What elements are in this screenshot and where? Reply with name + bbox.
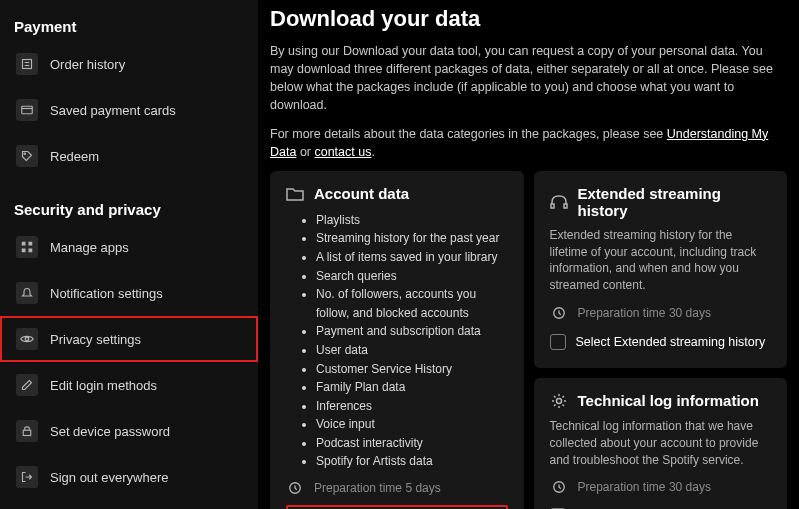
nav-order-history[interactable]: Order history [0, 41, 258, 87]
list-item: Playlists [316, 211, 508, 230]
list-item: Customer Service History [316, 360, 508, 379]
list-item: Search queries [316, 267, 508, 286]
desc-text: For more details about the data categori… [270, 127, 667, 141]
svg-rect-8 [22, 249, 26, 253]
eye-icon [16, 328, 38, 350]
signout-icon [16, 466, 38, 488]
card-title: Technical log information [578, 392, 759, 409]
main-content: Download your data By using our Download… [258, 0, 799, 509]
svg-rect-11 [23, 430, 31, 435]
sidebar: Payment Order history Saved payment card… [0, 0, 258, 509]
card-extended-history: Extended streaming history Extended stre… [534, 171, 788, 368]
section-title-security: Security and privacy [0, 191, 258, 224]
link-contact[interactable]: contact us [314, 145, 371, 159]
nav-label: Set device password [50, 424, 170, 439]
folder-icon [286, 185, 304, 203]
select-extended-history[interactable]: Select Extended streaming history [550, 330, 772, 354]
nav-label: Order history [50, 57, 125, 72]
list-item: User data [316, 341, 508, 360]
select-account-data[interactable]: ✓ Select Account data [286, 505, 508, 509]
svg-point-10 [25, 337, 29, 341]
nav-label: Redeem [50, 149, 99, 164]
gear-icon [550, 392, 568, 410]
pencil-icon [16, 374, 38, 396]
card-icon [16, 99, 38, 121]
nav-saved-cards[interactable]: Saved payment cards [0, 87, 258, 133]
card-account-data: Account data PlaylistsStreaming history … [270, 171, 524, 509]
list-item: Voice input [316, 415, 508, 434]
bell-icon [16, 282, 38, 304]
card-title: Extended streaming history [578, 185, 772, 219]
nav-label: Saved payment cards [50, 103, 176, 118]
nav-login-methods[interactable]: Edit login methods [0, 362, 258, 408]
svg-rect-16 [564, 204, 567, 208]
nav-label: Privacy settings [50, 332, 141, 347]
list-item: Payment and subscription data [316, 322, 508, 341]
page-desc-1: By using our Download your data tool, yo… [270, 42, 787, 115]
page-title: Download your data [270, 6, 787, 32]
nav-label: Notification settings [50, 286, 163, 301]
svg-rect-9 [29, 249, 33, 253]
nav-label: Manage apps [50, 240, 129, 255]
list-item: Podcast interactivity [316, 434, 508, 453]
select-technical-log[interactable]: Select Technical log information [550, 504, 772, 509]
card-desc: Technical log information that we have c… [550, 418, 772, 468]
nav-device-password[interactable]: Set device password [0, 408, 258, 454]
prep-text: Preparation time 30 days [578, 480, 711, 494]
svg-rect-15 [551, 204, 554, 208]
clock-icon [550, 304, 568, 322]
list-item: A list of items saved in your library [316, 248, 508, 267]
svg-rect-0 [23, 60, 32, 69]
card-technical-log: Technical log information Technical log … [534, 378, 788, 509]
prep-text: Preparation time 5 days [314, 481, 441, 495]
desc-text: . [371, 145, 374, 159]
list-item: Streaming history for the past year [316, 229, 508, 248]
grid-icon [16, 236, 38, 258]
svg-point-5 [24, 153, 26, 155]
receipt-icon [16, 53, 38, 75]
section-title-payment: Payment [0, 8, 258, 41]
nav-manage-apps[interactable]: Manage apps [0, 224, 258, 270]
svg-rect-3 [22, 106, 33, 114]
card-title: Account data [314, 185, 409, 202]
svg-rect-6 [22, 242, 26, 246]
nav-label: Edit login methods [50, 378, 157, 393]
nav-sign-out[interactable]: Sign out everywhere [0, 454, 258, 500]
clock-icon [286, 479, 304, 497]
list-item: Spotify for Artists data [316, 452, 508, 471]
page-desc-2: For more details about the data categori… [270, 125, 787, 161]
svg-rect-7 [29, 242, 33, 246]
checkbox-icon[interactable] [550, 334, 566, 350]
list-item: No. of followers, accounts you follow, a… [316, 285, 508, 322]
nav-privacy-settings[interactable]: Privacy settings [0, 316, 258, 362]
select-label: Select Extended streaming history [576, 335, 766, 349]
nav-redeem[interactable]: Redeem [0, 133, 258, 179]
list-item: Inferences [316, 397, 508, 416]
desc-text: or [296, 145, 314, 159]
nav-label: Sign out everywhere [50, 470, 169, 485]
account-items-list: PlaylistsStreaming history for the past … [286, 211, 508, 471]
card-desc: Extended streaming history for the lifet… [550, 227, 772, 294]
clock-icon [550, 478, 568, 496]
headphones-icon [550, 193, 568, 211]
lock-icon [16, 420, 38, 442]
svg-point-18 [556, 398, 561, 403]
list-item: Family Plan data [316, 378, 508, 397]
nav-notifications[interactable]: Notification settings [0, 270, 258, 316]
prep-text: Preparation time 30 days [578, 306, 711, 320]
tag-icon [16, 145, 38, 167]
